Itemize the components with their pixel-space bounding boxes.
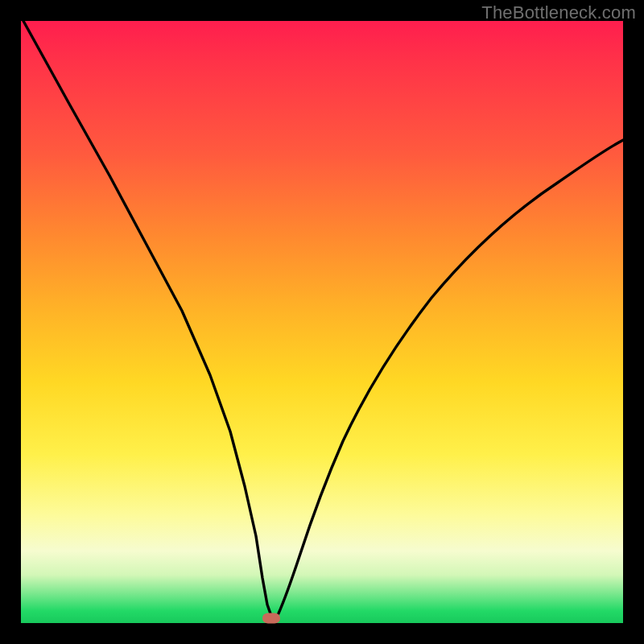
plot-area: [21, 21, 623, 623]
bottleneck-curve: [21, 21, 623, 623]
chart-frame: TheBottleneck.com: [0, 0, 644, 644]
watermark-text: TheBottleneck.com: [481, 2, 636, 23]
curve-path: [23, 21, 623, 618]
minimum-marker: [262, 613, 280, 624]
